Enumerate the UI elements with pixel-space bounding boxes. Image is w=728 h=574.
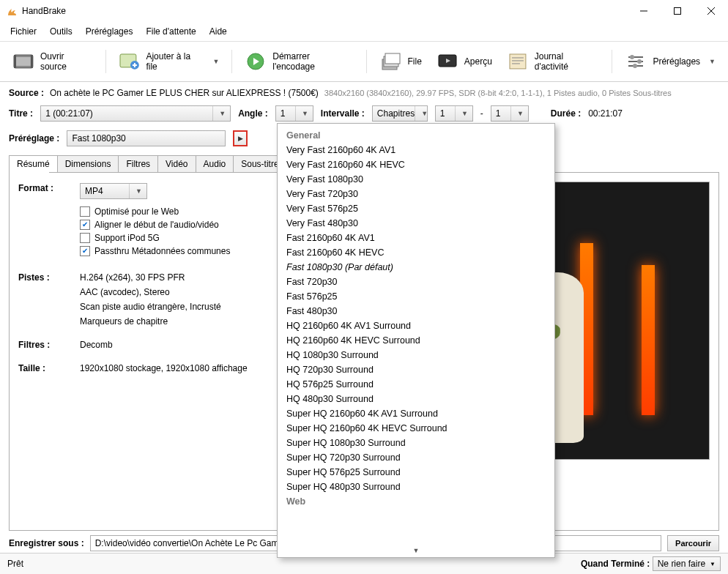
- status-text: Prêt: [7, 559, 23, 569]
- window-controls: [627, 0, 728, 22]
- app-icon: [6, 5, 18, 17]
- preset-option[interactable]: Super HQ 2160p60 4K AV1 Surround: [278, 406, 554, 421]
- app-title: HandBrake: [22, 6, 66, 16]
- svg-point-22: [637, 59, 642, 64]
- log-icon: [507, 52, 529, 71]
- chk-ipod-label: Support iPod 5G: [94, 233, 160, 243]
- activity-label: Journal d'activité: [535, 51, 600, 72]
- format-value: MP4: [85, 186, 103, 196]
- browse-button[interactable]: Parcourir: [667, 535, 719, 551]
- preset-value: Fast 1080p30: [72, 133, 125, 144]
- separator: [231, 50, 232, 73]
- close-button[interactable]: [694, 0, 728, 22]
- preset-option[interactable]: Very Fast 720p30: [278, 187, 554, 201]
- preview-button[interactable]: Aperçu: [431, 48, 497, 75]
- range-from-dropdown[interactable]: 1 ▼: [435, 105, 473, 122]
- preset-option[interactable]: HQ 2160p60 4K HEVC Surround: [278, 333, 554, 348]
- separator: [612, 50, 612, 73]
- queue-button[interactable]: File: [374, 48, 426, 75]
- preset-option[interactable]: Fast 480p30: [278, 304, 554, 318]
- format-label: Format :: [18, 183, 80, 193]
- svg-rect-7: [31, 55, 33, 68]
- screen-play-icon: [437, 52, 458, 71]
- toolbar: Ouvrir source Ajouter à la file ▼ Démarr…: [0, 42, 728, 82]
- tab-audio[interactable]: Audio: [196, 155, 234, 172]
- angle-dropdown[interactable]: 1 ▼: [275, 105, 313, 122]
- chevron-down-icon: ▼: [415, 106, 428, 121]
- preview-label: Aperçu: [464, 56, 492, 67]
- preset-option[interactable]: HQ 1080p30 Surround: [278, 348, 554, 362]
- preset-option[interactable]: Fast 720p30: [278, 275, 554, 289]
- preset-option[interactable]: HQ 2160p60 4K AV1 Surround: [278, 318, 554, 333]
- triangle-right-icon: ▶: [238, 135, 243, 142]
- chk-ipod[interactable]: [80, 233, 90, 243]
- title-label: Titre :: [9, 108, 33, 119]
- svg-rect-6: [14, 55, 16, 68]
- when-done-dropdown[interactable]: Ne rien faire ▼: [653, 556, 721, 571]
- preset-option[interactable]: HQ 720p30 Surround: [278, 362, 554, 377]
- add-queue-button[interactable]: Ajouter à la file ▼: [114, 48, 225, 75]
- tracks-label: Pistes :: [18, 272, 80, 283]
- minimize-button[interactable]: [627, 0, 661, 22]
- picture-add-icon: [119, 52, 141, 71]
- preset-option[interactable]: Very Fast 2160p60 4K HEVC: [278, 157, 554, 172]
- menu-help[interactable]: Aide: [204, 23, 233, 40]
- save-label: Enregistrer sous :: [9, 538, 84, 548]
- chk-align-av[interactable]: [80, 220, 90, 230]
- preset-option[interactable]: Fast 576p25: [278, 289, 554, 304]
- chevron-down-icon: ▼: [129, 184, 142, 198]
- menu-queue[interactable]: File d'attente: [140, 23, 201, 40]
- preset-option[interactable]: Very Fast 2160p60 4K AV1: [278, 143, 554, 157]
- tab-video[interactable]: Vidéo: [157, 155, 196, 172]
- title-dropdown[interactable]: 1 (00:21:07) ▼: [40, 105, 231, 122]
- svg-rect-13: [385, 53, 400, 64]
- preset-option[interactable]: Fast 2160p60 4K HEVC: [278, 245, 554, 260]
- preset-option[interactable]: Fast 2160p60 4K AV1: [278, 231, 554, 245]
- maximize-button[interactable]: [661, 0, 694, 22]
- chevron-down-icon: ▼: [510, 106, 524, 121]
- preset-menu-button[interactable]: ▶: [233, 130, 248, 146]
- preset-option[interactable]: Very Fast 576p25: [278, 201, 554, 216]
- preset-option[interactable]: Super HQ 576p25 Surround: [278, 465, 554, 480]
- chk-passthru-meta[interactable]: [80, 246, 90, 256]
- tab-filters[interactable]: Filtres: [118, 155, 158, 172]
- preset-option[interactable]: Very Fast 480p30: [278, 216, 554, 231]
- when-done-label: Quand Terminé :: [581, 559, 650, 569]
- preset-option[interactable]: Super HQ 480p30 Surround: [278, 480, 554, 494]
- preset-popup: General Very Fast 2160p60 4K AV1Very Fas…: [277, 123, 555, 558]
- when-done-value: Ne rien faire: [658, 559, 705, 569]
- preset-option[interactable]: Super HQ 1080p30 Surround: [278, 436, 554, 450]
- chk-web-optimized[interactable]: [80, 206, 90, 217]
- open-source-button[interactable]: Ouvrir source: [7, 48, 98, 75]
- menu-presets[interactable]: Préréglages: [80, 23, 139, 40]
- source-label: Source :: [9, 88, 44, 98]
- menu-tools[interactable]: Outils: [44, 23, 78, 40]
- tab-summary[interactable]: Résumé: [9, 155, 58, 172]
- preset-option[interactable]: Very Fast 1080p30: [278, 172, 554, 187]
- preset-option[interactable]: HQ 576p25 Surround: [278, 377, 554, 392]
- preset-option[interactable]: Super HQ 720p30 Surround: [278, 450, 554, 465]
- popup-category-web: Web: [278, 494, 554, 509]
- preset-option[interactable]: Super HQ 2160p60 4K HEVC Surround: [278, 421, 554, 436]
- separator: [366, 50, 367, 73]
- chk-meta-label: Passthru Métadonnées communes: [94, 246, 230, 256]
- sliders-icon: [625, 52, 647, 71]
- filters-label: Filtres :: [18, 340, 80, 350]
- start-encode-label: Démarrer l'encodage: [272, 51, 354, 72]
- presets-button[interactable]: Préréglages ▼: [620, 48, 721, 75]
- svg-rect-1: [675, 8, 681, 15]
- start-encode-button[interactable]: Démarrer l'encodage: [239, 48, 359, 75]
- preset-dropdown[interactable]: Fast 1080p30: [67, 130, 226, 146]
- angle-label: Angle :: [238, 108, 268, 119]
- stack-icon: [379, 52, 401, 71]
- format-dropdown[interactable]: MP4 ▼: [80, 183, 147, 199]
- activity-button[interactable]: Journal d'activité: [502, 48, 605, 75]
- source-info: 3840x2160 (3840x2160), 29.97 FPS, SDR (8…: [324, 89, 672, 97]
- preset-option[interactable]: Fast 1080p30 (Par défaut): [278, 260, 554, 275]
- tab-dimensions[interactable]: Dimensions: [57, 155, 119, 172]
- preset-option[interactable]: HQ 480p30 Surround: [278, 392, 554, 406]
- menu-file[interactable]: Fichier: [4, 23, 42, 40]
- range-to-dropdown[interactable]: 1 ▼: [491, 105, 529, 122]
- svg-point-24: [633, 64, 637, 68]
- range-type-dropdown[interactable]: Chapitres ▼: [372, 105, 428, 122]
